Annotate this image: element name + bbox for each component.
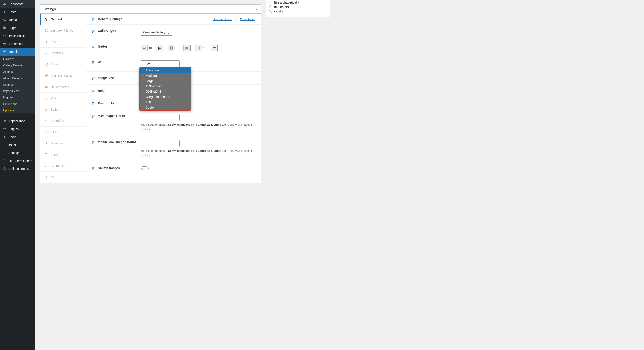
shuffle-toggle[interactable] [141, 166, 148, 170]
dropdown-option-custom[interactable]: Custom [140, 105, 191, 110]
wp-menu-litespeed-cache[interactable]: LiteSpeed Cache [0, 157, 36, 165]
top-strip [40, 0, 261, 4]
help-icon[interactable]: [?] [92, 102, 96, 105]
wp-menu-posts[interactable]: Posts [0, 8, 36, 16]
mobile-max-input[interactable] [141, 140, 180, 147]
panel-down-icon[interactable]: ˅ [251, 7, 253, 11]
tab-hover-effects[interactable]: Hover effects [40, 81, 86, 93]
wp-submenu-gallery-defaults[interactable]: Gallery Defaults [0, 62, 36, 69]
tab-loading-effects[interactable]: Loading effects [40, 70, 86, 81]
help-icon[interactable]: [?] [92, 114, 96, 118]
width-input[interactable] [141, 60, 180, 67]
misc-icon [44, 175, 48, 179]
help-icon[interactable]: [?] [92, 167, 96, 170]
user-icon [2, 135, 7, 139]
max-images-hint: You'll need to enable Show all images fr… [141, 123, 255, 131]
mobile-max-hint: You'll need to enable Show all images fr… [141, 149, 255, 157]
wp-menu-collapse-menu[interactable]: Collapse menu [0, 165, 36, 173]
play-icon [44, 96, 48, 100]
help-icon[interactable]: [?] [92, 140, 96, 144]
radio-random[interactable]: Random [269, 9, 327, 13]
wp-menu-media[interactable]: Media [0, 16, 36, 24]
svg-point-20 [46, 176, 47, 177]
gear-icon [44, 17, 48, 21]
tab-lightbox---links[interactable]: Lightbox & Links [40, 25, 86, 36]
brush-icon [2, 119, 7, 123]
tab-exif[interactable]: EXIF [40, 127, 86, 138]
wp-menu-testimonials[interactable]: Testimonials [0, 32, 36, 40]
tab-download[interactable]: Download [40, 138, 86, 149]
wp-menu-settings[interactable]: Settings [0, 149, 36, 157]
gutter-tablet: px [168, 45, 191, 51]
wp-submenu-settings[interactable]: Settings [0, 81, 36, 88]
sort-options-box: Title alphabeticallyTitle reverseRandom [266, 0, 330, 17]
wp-menu-pages[interactable]: Pages [0, 24, 36, 32]
wp-menu-appearance[interactable]: Appearance [0, 117, 36, 125]
dropdown-option-2048x2048[interactable]: 2048x2048 [140, 89, 191, 94]
help-icon[interactable]: [?] [92, 29, 96, 32]
panel-controls: ˄ ˅ ▴ [247, 7, 258, 11]
panel-up-icon[interactable]: ˄ [247, 7, 248, 11]
dropdown-option-large[interactable]: Large [140, 78, 191, 84]
dropdown-option-full[interactable]: Full [140, 100, 191, 105]
radio-title-reverse[interactable]: Title reverse [269, 5, 327, 9]
tab-custom-css[interactable]: Custom CSS [40, 160, 86, 172]
svg-point-18 [46, 132, 47, 133]
wp-submenu-import-export[interactable]: Import/Export [0, 88, 36, 94]
wp-submenu-album-defaults[interactable]: Album Defaults [0, 75, 36, 81]
settings-section-title: General Settings [98, 17, 122, 21]
dropdown-option-thumbnail[interactable]: Thumbnail [140, 68, 191, 73]
svg-point-0 [3, 18, 4, 20]
wp-menu-users[interactable]: Users [0, 133, 36, 141]
dropdown-option-1536x1536[interactable]: 1536x1536 [140, 84, 191, 89]
gallery-type-select[interactable]: Creative Gallery [141, 29, 172, 36]
tab-style[interactable]: Style [40, 104, 86, 115]
wp-submenu-migrate[interactable]: Migrate [0, 94, 36, 101]
help-icon[interactable]: [?] [92, 89, 96, 92]
reload-icon [44, 73, 48, 78]
tab-filters[interactable]: Filters [40, 36, 86, 47]
wp-menu-comments[interactable]: Comments [0, 40, 36, 48]
tab-misc[interactable]: Misc [40, 172, 86, 183]
wp-submenu-extensions[interactable]: Extensions [0, 101, 36, 107]
wp-menu-modula[interactable]: Modula [0, 48, 36, 56]
tab-speed-up[interactable]: Speed Up [40, 115, 86, 127]
wp-menu-tools[interactable]: Tools [0, 141, 36, 149]
panel-title: Settings [44, 7, 56, 11]
wp-admin-sidebar: DashboardPostsMediaPagesTestimonialsComm… [0, 0, 36, 350]
max-images-input[interactable] [141, 114, 180, 121]
documentation-link[interactable]: Documentation [213, 17, 232, 21]
svg-point-3 [4, 152, 4, 152]
field-label-max-images: Max Images Count [98, 114, 125, 118]
help-icon[interactable]: [?] [92, 61, 96, 64]
dropdown-option-medium[interactable]: Medium [140, 73, 191, 78]
panel-collapse-icon[interactable]: ▴ [256, 7, 258, 11]
wp-menu-plugins[interactable]: Plugins [0, 125, 36, 133]
help-icon[interactable]: [?] [92, 76, 96, 80]
field-label-image-size: Image Size [98, 76, 114, 80]
contact-link[interactable]: Get in touch [240, 17, 255, 21]
field-label-gallery-type: Gallery Type [98, 29, 116, 32]
help-icon[interactable]: [?] [92, 17, 96, 21]
help-icon[interactable]: [?] [92, 45, 96, 48]
tab-captions[interactable]: Captions [40, 47, 86, 59]
wp-menu-dashboard[interactable]: Dashboard [0, 0, 36, 8]
gutter-unit: px [210, 45, 218, 51]
svg-point-6 [3, 167, 6, 170]
dropdown-option-widget-thumbnail[interactable]: Widget thumbnail [140, 94, 191, 100]
pin-icon [2, 10, 7, 14]
gutter-input-desktop[interactable] [148, 45, 156, 51]
tab-general[interactable]: General [40, 14, 86, 25]
wp-submenu-albums[interactable]: Albums [0, 69, 36, 75]
style-icon [44, 107, 48, 112]
wp-submenu-upgrade[interactable]: Upgrade [0, 107, 36, 113]
media-icon [2, 18, 7, 22]
tab-zoom[interactable]: Zoom [40, 149, 86, 160]
gutter-input-tablet[interactable] [175, 45, 183, 51]
tab-video[interactable]: Video [40, 93, 86, 104]
svg-rect-23 [198, 47, 199, 49]
radio-title-alphabetically[interactable]: Title alphabetically [269, 0, 327, 5]
tab-social[interactable]: Social [40, 59, 86, 70]
gutter-input-mobile[interactable] [202, 45, 210, 51]
wp-submenu-galleries[interactable]: Galleries [0, 56, 36, 62]
